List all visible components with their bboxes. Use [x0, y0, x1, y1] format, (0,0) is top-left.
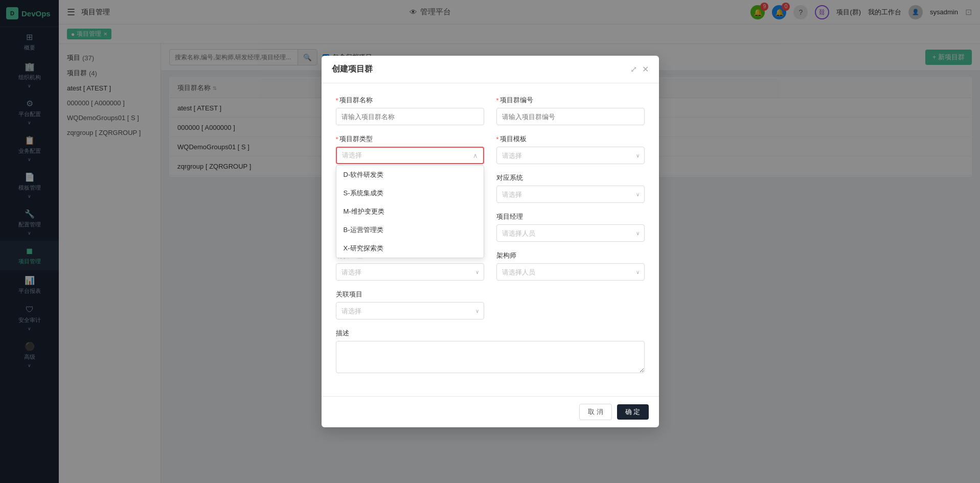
modal-header: 创建项目群 ⤢ ✕	[322, 56, 659, 83]
group-type-placeholder: 请选择	[342, 151, 362, 160]
form-row-6: 关联项目 请选择 ∨	[336, 290, 645, 319]
group-code-input[interactable]	[496, 108, 645, 125]
group-type-label: * 项目群类型	[336, 134, 484, 144]
project-template-label: * 项目模板	[496, 134, 645, 144]
architect-select-wrap: 请选择人员 ∨	[496, 263, 645, 281]
desc-textarea[interactable]	[336, 341, 645, 373]
chevron-up-icon: ∧	[473, 152, 478, 159]
form-group-name: * 项目群名称	[336, 96, 484, 125]
confirm-button[interactable]: 确 定	[617, 404, 649, 420]
modal-close-icon[interactable]: ✕	[642, 64, 649, 74]
system-label: 对应系统	[496, 173, 645, 182]
project-template-select[interactable]: 请选择	[496, 147, 645, 164]
related-projects-select[interactable]: 请选择	[336, 302, 484, 319]
group-name-input[interactable]	[336, 108, 484, 125]
modal-body: * 项目群名称 * 项目群编号 *	[322, 83, 659, 396]
dev-manager-select[interactable]: 请选择	[336, 263, 484, 281]
architect-select[interactable]: 请选择人员	[496, 263, 645, 281]
dev-manager-select-wrap: 请选择 ∨	[336, 263, 484, 281]
option-m[interactable]: M-维护变更类	[336, 202, 484, 221]
form-group-type: * 项目群类型 请选择 ∧ D-软件研发类 S-系统集成类 M-维护变更类 B-…	[336, 134, 484, 164]
form-group-related-projects: 关联项目 请选择 ∨	[336, 290, 484, 319]
system-select-wrap: 请选择 ∨	[496, 186, 645, 203]
modal-title: 创建项目群	[332, 64, 373, 75]
form-group-architect: 架构师 请选择人员 ∨	[496, 251, 645, 281]
form-group-desc: 描述	[336, 329, 645, 375]
form-group-template: * 项目模板 请选择 ∨	[496, 134, 645, 164]
form-group-code: * 项目群编号	[496, 96, 645, 125]
form-group-placeholder-6	[496, 290, 645, 319]
group-type-select-trigger[interactable]: 请选择 ∧	[336, 147, 484, 164]
group-code-label: * 项目群编号	[496, 96, 645, 105]
option-b[interactable]: B-运营管理类	[336, 221, 484, 239]
group-type-select-wrap: 请选择 ∧ D-软件研发类 S-系统集成类 M-维护变更类 B-运营管理类 X-…	[336, 147, 484, 164]
option-d[interactable]: D-软件研发类	[336, 166, 484, 184]
form-row-7: 描述	[336, 329, 645, 375]
option-x[interactable]: X-研究探索类	[336, 239, 484, 258]
option-s[interactable]: S-系统集成类	[336, 184, 484, 202]
form-group-pm: 项目经理 请选择人员 ∨	[496, 212, 645, 242]
system-select[interactable]: 请选择	[496, 186, 645, 203]
pm-select-wrap: 请选择人员 ∨	[496, 224, 645, 242]
modal-header-icons: ⤢ ✕	[630, 64, 649, 74]
group-type-dropdown: D-软件研发类 S-系统集成类 M-维护变更类 B-运营管理类 X-研究探索类	[336, 165, 484, 258]
pm-select[interactable]: 请选择人员	[496, 224, 645, 242]
form-group-system: 对应系统 请选择 ∨	[496, 173, 645, 203]
desc-label: 描述	[336, 329, 645, 338]
form-row-1: * 项目群名称 * 项目群编号	[336, 96, 645, 125]
create-project-group-modal: 创建项目群 ⤢ ✕ * 项目群名称 * 项目群编号	[322, 56, 659, 427]
pm-label: 项目经理	[496, 212, 645, 221]
group-name-label: * 项目群名称	[336, 96, 484, 105]
modal-footer: 取 消 确 定	[322, 396, 659, 427]
modal-overlay: 创建项目群 ⤢ ✕ * 项目群名称 * 项目群编号	[0, 0, 980, 483]
modal-expand-icon[interactable]: ⤢	[630, 64, 637, 74]
architect-label: 架构师	[496, 251, 645, 260]
cancel-button[interactable]: 取 消	[579, 404, 612, 420]
related-projects-label: 关联项目	[336, 290, 484, 299]
related-projects-select-wrap: 请选择 ∨	[336, 302, 484, 319]
project-template-select-wrap: 请选择 ∨	[496, 147, 645, 164]
form-row-2: * 项目群类型 请选择 ∧ D-软件研发类 S-系统集成类 M-维护变更类 B-…	[336, 134, 645, 164]
